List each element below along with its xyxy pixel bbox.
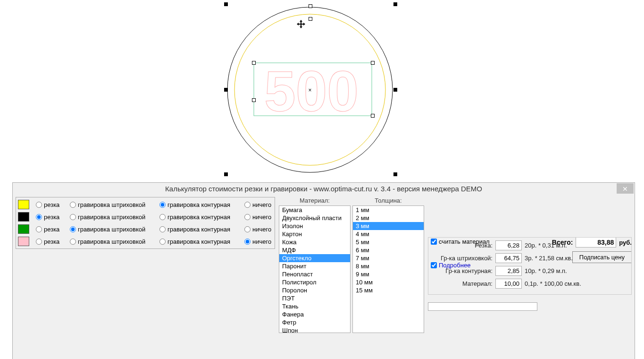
operation-radio-label: резка (44, 214, 59, 221)
operation-radio-label: ничего (252, 238, 271, 245)
list-item[interactable]: 15 мм (353, 286, 424, 294)
operation-radio-hatch[interactable]: гравировка штриховкой (66, 226, 156, 233)
operation-radio-label: резка (44, 201, 59, 208)
detail-value: 10,00 (495, 279, 522, 289)
list-item[interactable]: Поролон (279, 286, 350, 294)
operation-radio-hatch[interactable]: гравировка штриховкой (66, 238, 156, 245)
rect-handle[interactable] (252, 98, 256, 102)
list-item[interactable]: 2 мм (353, 214, 424, 222)
operation-radio-input[interactable] (244, 214, 251, 220)
list-item[interactable]: Фанера (279, 310, 350, 318)
list-item[interactable]: Пенопласт (279, 270, 350, 278)
color-swatch (18, 237, 29, 246)
calculator-dialog: Калькулятор стоимости резки и гравировки… (12, 182, 635, 359)
thickness-listbox[interactable]: 1 мм2 мм3 мм4 мм5 мм6 мм7 мм8 мм9 мм10 м… (352, 205, 424, 333)
list-item[interactable]: 4 мм (353, 230, 424, 238)
svg-text:×: × (308, 87, 311, 94)
list-item[interactable]: ПЭТ (279, 294, 350, 302)
operation-radio-input[interactable] (70, 202, 76, 208)
list-item[interactable]: МДФ (279, 246, 350, 254)
operation-radio-label: гравировка контурная (167, 214, 230, 221)
list-item[interactable]: Бумага (279, 206, 350, 214)
operation-radio-none[interactable]: ничего (241, 226, 274, 233)
operation-radio-input[interactable] (36, 202, 42, 208)
operation-radio-input[interactable] (36, 226, 42, 232)
detail-label: Гр-ка контурная: (431, 267, 493, 274)
rect-handle[interactable] (371, 61, 375, 65)
operation-radio-label: резка (44, 226, 59, 233)
list-item[interactable]: 10 мм (353, 278, 424, 286)
operation-radio-hatch[interactable]: гравировка штриховкой (66, 214, 156, 221)
list-item[interactable]: Полистирол (279, 278, 350, 286)
list-item[interactable]: Паронит (279, 262, 350, 270)
selection-handle[interactable] (393, 88, 397, 92)
operation-radio-label: ничего (252, 214, 271, 221)
detail-value: 2,85 (495, 266, 522, 276)
list-item[interactable]: Оргстекло (279, 254, 350, 262)
list-item[interactable]: 9 мм (353, 270, 424, 278)
list-item[interactable]: 3 мм (353, 222, 424, 230)
selection-handle[interactable] (224, 172, 228, 176)
drawing-canvas[interactable]: 500 × (0, 0, 644, 180)
selection-handle[interactable] (224, 88, 228, 92)
detail-expr: 10р. * 0,29 м.п. (525, 267, 628, 274)
list-item[interactable]: Кожа (279, 238, 350, 246)
detail-label: Резка: (431, 242, 493, 249)
operation-radio-input[interactable] (244, 239, 251, 245)
list-item[interactable]: Шпон (279, 326, 350, 333)
operation-radio-none[interactable]: ничего (241, 238, 274, 245)
detail-expr: 0,1р. * 100,00 см.кв. (525, 280, 628, 287)
close-button[interactable]: ✕ (617, 183, 634, 194)
operation-radio-input[interactable] (159, 239, 166, 245)
list-item[interactable]: Картон (279, 230, 350, 238)
operation-radio-input[interactable] (244, 202, 251, 208)
list-item[interactable]: 8 мм (353, 262, 424, 270)
list-item[interactable]: Ткань (279, 302, 350, 310)
operation-radio-cut[interactable]: резка (32, 226, 66, 233)
operation-radio-contour[interactable]: гравировка контурная (156, 214, 241, 221)
material-listbox[interactable]: БумагаДвухслойный пластиИзолонКартонКожа… (279, 205, 351, 333)
operation-radio-hatch[interactable]: гравировка штриховкой (66, 201, 156, 208)
list-item[interactable]: Фетр (279, 318, 350, 326)
detail-label: Гр-ка штриховкой: (431, 255, 493, 262)
operation-radio-input[interactable] (159, 214, 166, 220)
operation-radio-none[interactable]: ничего (241, 201, 274, 208)
operation-radio-input[interactable] (159, 226, 166, 232)
operation-radio-cut[interactable]: резка (32, 238, 66, 245)
operation-radio-input[interactable] (244, 226, 251, 232)
color-row: резкагравировка штриховкойгравировка кон… (17, 198, 274, 211)
thickness-header: Толщина: (352, 197, 424, 205)
operation-radio-input[interactable] (70, 226, 76, 232)
list-item[interactable]: 1 мм (353, 206, 424, 214)
selection-handle[interactable] (309, 4, 312, 8)
operation-radio-cut[interactable]: резка (32, 201, 66, 208)
operation-radio-contour[interactable]: гравировка контурная (156, 201, 241, 208)
color-row: резкагравировка штриховкойгравировка кон… (17, 235, 274, 248)
operation-radio-input[interactable] (70, 239, 76, 245)
list-item[interactable]: Изолон (279, 222, 350, 230)
progress-bar (428, 302, 537, 311)
list-item[interactable]: 5 мм (353, 238, 424, 246)
selection-handle[interactable] (393, 2, 397, 6)
selection-handle[interactable] (224, 2, 228, 6)
operation-radio-contour[interactable]: гравировка контурная (156, 226, 241, 233)
list-item[interactable]: 7 мм (353, 254, 424, 262)
operation-radio-input[interactable] (159, 202, 166, 208)
list-item[interactable]: Двухслойный пласти (279, 214, 350, 222)
operation-radio-input[interactable] (70, 214, 76, 220)
list-item[interactable]: 6 мм (353, 246, 424, 254)
operation-radio-cut[interactable]: резка (32, 214, 66, 221)
rect-handle[interactable] (252, 61, 256, 65)
rect-handle[interactable] (371, 114, 375, 118)
operation-radio-contour[interactable]: гравировка контурная (156, 238, 241, 245)
operation-radio-none[interactable]: ничего (241, 214, 274, 221)
operation-radio-input[interactable] (36, 239, 42, 245)
operation-radio-input[interactable] (36, 214, 42, 220)
color-row: резкагравировка штриховкойгравировка кон… (17, 223, 274, 235)
operation-radio-label: гравировка штриховкой (78, 214, 145, 221)
operation-radio-label: гравировка штриховкой (78, 226, 145, 233)
selection-handle[interactable] (309, 17, 312, 21)
operation-radio-label: ничего (252, 226, 271, 233)
detail-expr: 3р. * 21,58 см.кв. (525, 255, 628, 262)
selection-handle[interactable] (393, 172, 397, 176)
